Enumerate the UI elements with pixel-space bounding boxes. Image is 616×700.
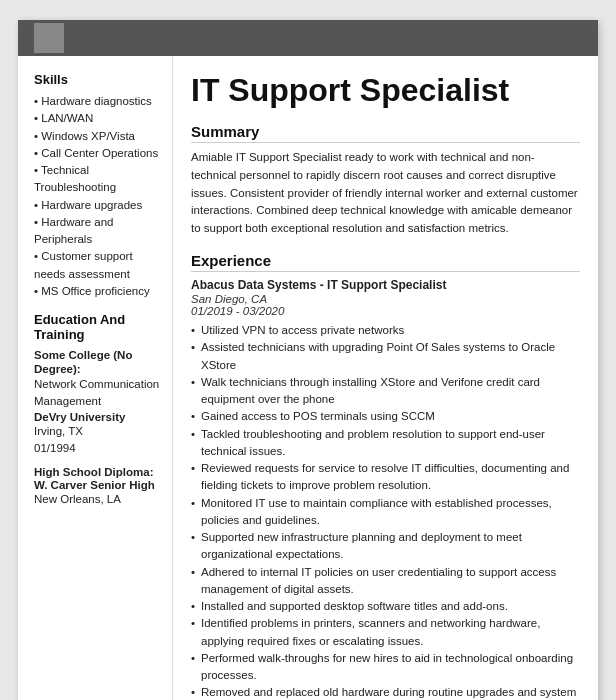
job-1-dates: 01/2019 - 03/2020 (191, 305, 580, 317)
list-item: LAN/WAN (34, 110, 160, 127)
edu-degree-2: High School Diploma: (34, 466, 153, 478)
top-bar (18, 20, 598, 56)
edu-location-2: New Orleans, LA (34, 491, 160, 508)
skills-list: Hardware diagnostics LAN/WAN Windows XP/… (34, 93, 160, 300)
edu-location-1: Irving, TX (34, 423, 160, 440)
list-item: Assisted technicians with upgrading Poin… (191, 339, 580, 374)
education-block-1: Some College (No Degree): Network Commun… (34, 348, 160, 457)
education-heading: Education And Training (34, 312, 160, 342)
job-1: Abacus Data Systems - IT Support Special… (191, 278, 580, 700)
list-item: Customer support needs assessment (34, 248, 160, 283)
content-area: Skills Hardware diagnostics LAN/WAN Wind… (18, 56, 598, 700)
list-item: Windows XP/Vista (34, 128, 160, 145)
edu-institution-2: W. Carver Senior High (34, 479, 160, 491)
sidebar: Skills Hardware diagnostics LAN/WAN Wind… (18, 56, 173, 700)
job-1-bullets: Utilized VPN to access private networks … (191, 322, 580, 700)
list-item: Gained access to POS terminals using SCC… (191, 408, 580, 425)
list-item: Hardware and Peripherals (34, 214, 160, 249)
summary-heading: Summary (191, 123, 580, 143)
top-bar-icon (34, 23, 64, 53)
list-item: Utilized VPN to access private networks (191, 322, 580, 339)
experience-heading: Experience (191, 252, 580, 272)
list-item: Supported new infrastructure planning an… (191, 529, 580, 564)
list-item: Hardware diagnostics (34, 93, 160, 110)
job-1-company: Abacus Data Systems - IT Support Special… (191, 278, 580, 292)
resume-page: Skills Hardware diagnostics LAN/WAN Wind… (18, 20, 598, 700)
summary-text: Amiable IT Support Specialist ready to w… (191, 149, 580, 238)
edu-field-1: Network Communication Management (34, 376, 160, 411)
main-content: IT Support Specialist Summary Amiable IT… (173, 56, 598, 700)
job-1-location: San Diego, CA (191, 293, 580, 305)
skills-heading: Skills (34, 72, 160, 87)
list-item: Monitored IT use to maintain compliance … (191, 495, 580, 530)
list-item: Hardware upgrades (34, 197, 160, 214)
edu-degree-1: Some College (No Degree): (34, 349, 132, 375)
list-item: Call Center Operations (34, 145, 160, 162)
list-item: Identified problems in printers, scanner… (191, 615, 580, 650)
list-item: Adhered to internal IT policies on user … (191, 564, 580, 599)
list-item: Walk technicians through installing XSto… (191, 374, 580, 409)
education-block-2: High School Diploma: W. Carver Senior Hi… (34, 465, 160, 508)
list-item: Tackled troubleshooting and problem reso… (191, 426, 580, 461)
list-item: MS Office proficiency (34, 283, 160, 300)
list-item: Technical Troubleshooting (34, 162, 160, 197)
page-title: IT Support Specialist (191, 72, 580, 109)
list-item: Installed and supported desktop software… (191, 598, 580, 615)
list-item: Performed walk-throughs for new hires to… (191, 650, 580, 685)
list-item: Removed and replaced old hardware during… (191, 684, 580, 700)
list-item: Reviewed requests for service to resolve… (191, 460, 580, 495)
edu-year-1: 01/1994 (34, 440, 160, 457)
edu-institution-1: DeVry University (34, 411, 160, 423)
